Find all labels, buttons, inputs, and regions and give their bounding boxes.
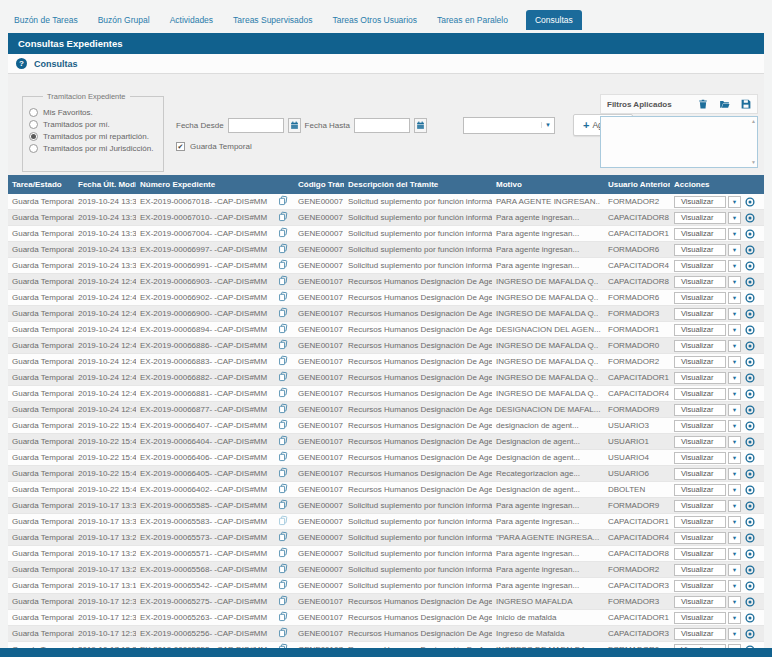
visualizar-button[interactable]: Visualizar <box>674 324 726 336</box>
copy-expediente-icon[interactable] <box>278 387 288 398</box>
visualizar-button[interactable]: Visualizar <box>674 564 726 576</box>
visualizar-dropdown-arrow[interactable]: ▼ <box>728 532 741 544</box>
copy-expediente-icon[interactable] <box>278 499 288 510</box>
history-icon[interactable] <box>745 357 755 367</box>
history-icon[interactable] <box>745 261 755 271</box>
visualizar-dropdown-arrow[interactable]: ▼ <box>728 228 741 240</box>
visualizar-dropdown-arrow[interactable]: ▼ <box>728 580 741 592</box>
copy-expediente-icon[interactable] <box>278 195 288 206</box>
history-icon[interactable] <box>745 405 755 415</box>
visualizar-button[interactable]: Visualizar <box>674 340 726 352</box>
visualizar-button[interactable]: Visualizar <box>674 516 726 528</box>
visualizar-button[interactable]: Visualizar <box>674 260 726 272</box>
filter-type-select[interactable]: ▼ <box>463 117 555 134</box>
copy-expediente-icon[interactable] <box>278 227 288 238</box>
tab-consultas[interactable]: Consultas <box>526 10 582 30</box>
history-icon[interactable] <box>745 373 755 383</box>
visualizar-button[interactable]: Visualizar <box>674 500 726 512</box>
tab-actividades[interactable]: Actividades <box>168 10 215 30</box>
filtros-aplicados-list[interactable]: ▲ ▼ <box>600 116 758 168</box>
radio-tramitados-por-mi-reparticion[interactable]: Tramitados por mi repartición. <box>29 132 157 141</box>
visualizar-dropdown-arrow[interactable]: ▼ <box>728 628 741 640</box>
trash-icon[interactable] <box>698 99 708 109</box>
visualizar-button[interactable]: Visualizar <box>674 420 726 432</box>
copy-expediente-icon[interactable] <box>278 563 288 574</box>
visualizar-button[interactable]: Visualizar <box>674 484 726 496</box>
copy-expediente-icon[interactable] <box>278 467 288 478</box>
history-icon[interactable] <box>745 501 755 511</box>
visualizar-button[interactable]: Visualizar <box>674 532 726 544</box>
history-icon[interactable] <box>745 197 755 207</box>
calendar-icon[interactable] <box>288 118 301 133</box>
history-icon[interactable] <box>745 213 755 223</box>
history-icon[interactable] <box>745 437 755 447</box>
visualizar-dropdown-arrow[interactable]: ▼ <box>728 452 741 464</box>
radio-tramitados-por-mi-jurisdiccion[interactable]: Tramitados por mi Jurisdicción. <box>29 144 157 153</box>
history-icon[interactable] <box>745 517 755 527</box>
copy-expediente-icon[interactable] <box>278 451 288 462</box>
radio-icon[interactable] <box>29 132 38 141</box>
history-icon[interactable] <box>745 629 755 639</box>
copy-expediente-icon[interactable] <box>278 595 288 606</box>
tab-tareas-otros-usuarios[interactable]: Tareas Otros Usuarios <box>330 10 419 30</box>
visualizar-button[interactable]: Visualizar <box>674 372 726 384</box>
visualizar-button[interactable]: Visualizar <box>674 196 726 208</box>
copy-expediente-icon[interactable] <box>278 259 288 270</box>
history-icon[interactable] <box>745 245 755 255</box>
save-icon[interactable] <box>741 99 751 109</box>
visualizar-button[interactable]: Visualizar <box>674 468 726 480</box>
copy-expediente-icon[interactable] <box>278 339 288 350</box>
visualizar-button[interactable]: Visualizar <box>674 548 726 560</box>
visualizar-dropdown-arrow[interactable]: ▼ <box>728 308 741 320</box>
visualizar-dropdown-arrow[interactable]: ▼ <box>728 388 741 400</box>
visualizar-dropdown-arrow[interactable]: ▼ <box>728 612 741 624</box>
visualizar-button[interactable]: Visualizar <box>674 212 726 224</box>
copy-expediente-icon[interactable] <box>278 611 288 622</box>
visualizar-dropdown-arrow[interactable]: ▼ <box>728 500 741 512</box>
copy-expediente-icon[interactable] <box>278 291 288 302</box>
visualizar-dropdown-arrow[interactable]: ▼ <box>728 356 741 368</box>
copy-expediente-icon[interactable] <box>278 579 288 590</box>
copy-expediente-icon[interactable] <box>278 371 288 382</box>
history-icon[interactable] <box>745 309 755 319</box>
visualizar-button[interactable]: Visualizar <box>674 404 726 416</box>
tab-tareas-supervisados[interactable]: Tareas Supervisados <box>231 10 314 30</box>
copy-expediente-icon[interactable] <box>278 323 288 334</box>
visualizar-button[interactable]: Visualizar <box>674 356 726 368</box>
guarda-temporal-option[interactable]: Guarda Temporal <box>176 142 633 151</box>
history-icon[interactable] <box>745 469 755 479</box>
visualizar-button[interactable]: Visualizar <box>674 628 726 640</box>
calendar-icon[interactable] <box>414 118 427 133</box>
copy-expediente-icon[interactable] <box>278 547 288 558</box>
fecha-desde-input[interactable] <box>228 118 284 133</box>
copy-expediente-icon[interactable] <box>278 403 288 414</box>
radio-tramitados-por-mi[interactable]: Tramitados por mí. <box>29 120 157 129</box>
history-icon[interactable] <box>745 293 755 303</box>
history-icon[interactable] <box>745 613 755 623</box>
visualizar-dropdown-arrow[interactable]: ▼ <box>728 548 741 560</box>
copy-expediente-icon[interactable] <box>278 531 288 542</box>
visualizar-button[interactable]: Visualizar <box>674 388 726 400</box>
radio-icon[interactable] <box>29 120 38 129</box>
copy-expediente-icon[interactable] <box>278 243 288 254</box>
visualizar-dropdown-arrow[interactable]: ▼ <box>728 276 741 288</box>
visualizar-dropdown-arrow[interactable]: ▼ <box>728 564 741 576</box>
visualizar-dropdown-arrow[interactable]: ▼ <box>728 324 741 336</box>
visualizar-button[interactable]: Visualizar <box>674 244 726 256</box>
visualizar-dropdown-arrow[interactable]: ▼ <box>728 516 741 528</box>
fecha-hasta-input[interactable] <box>354 118 410 133</box>
visualizar-dropdown-arrow[interactable]: ▼ <box>728 212 741 224</box>
history-icon[interactable] <box>745 229 755 239</box>
visualizar-dropdown-arrow[interactable]: ▼ <box>728 196 741 208</box>
visualizar-dropdown-arrow[interactable]: ▼ <box>728 468 741 480</box>
visualizar-dropdown-arrow[interactable]: ▼ <box>728 260 741 272</box>
visualizar-dropdown-arrow[interactable]: ▼ <box>728 596 741 608</box>
radio-icon[interactable] <box>29 144 38 153</box>
radio-mis-favoritos[interactable]: Mis Favoritos. <box>29 108 157 117</box>
visualizar-dropdown-arrow[interactable]: ▼ <box>728 244 741 256</box>
visualizar-dropdown-arrow[interactable]: ▼ <box>728 436 741 448</box>
copy-expediente-icon[interactable] <box>278 627 288 638</box>
scroll-up-icon[interactable]: ▲ <box>751 119 756 124</box>
help-icon[interactable]: ? <box>16 58 27 69</box>
visualizar-dropdown-arrow[interactable]: ▼ <box>728 340 741 352</box>
